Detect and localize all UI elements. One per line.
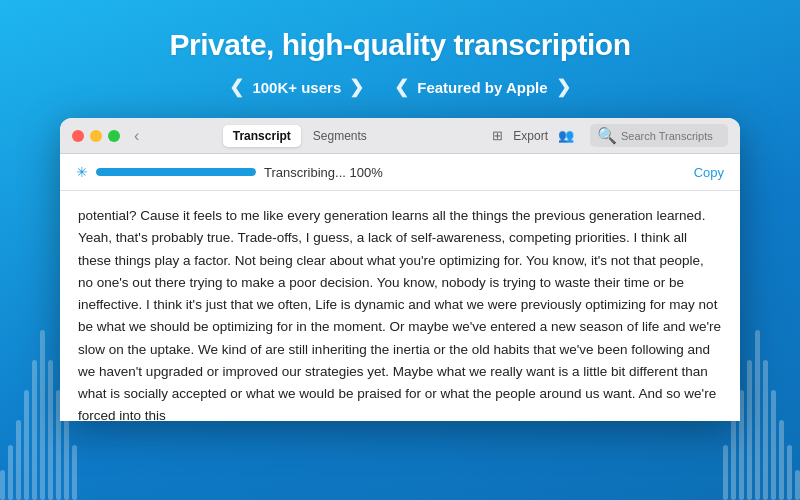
wave-bar [747, 360, 752, 500]
toolbar-icons: ⊞ Export 👥 🔍 [492, 124, 728, 147]
app-window: ‹ Transcript Segments ⊞ Export 👥 🔍 ✳ [60, 118, 740, 421]
apple-badge-text: Featured by Apple [417, 79, 547, 96]
progress-bar-container [96, 168, 256, 176]
search-input[interactable] [621, 130, 721, 142]
export-button[interactable]: Export [513, 129, 548, 143]
left-laurel-icon-2: ❮ [394, 76, 409, 98]
maximize-button[interactable] [108, 130, 120, 142]
progress-text: Transcribing... 100% [264, 165, 383, 180]
wave-bar [72, 445, 77, 500]
transcript-content: potential? Cause it feels to me like eve… [60, 191, 740, 421]
search-box[interactable]: 🔍 [590, 124, 728, 147]
right-laurel-icon-2: ❯ [556, 76, 571, 98]
page-title: Private, high-quality transcription [0, 28, 800, 62]
wave-bar [731, 420, 736, 500]
wave-bar [779, 420, 784, 500]
wave-bar [755, 330, 760, 500]
wave-bar [763, 360, 768, 500]
wave-bar [723, 445, 728, 500]
right-laurel-icon: ❯ [349, 76, 364, 98]
people-icon[interactable]: 👥 [558, 128, 574, 143]
wave-bar [795, 470, 800, 500]
apple-badge: ❮ Featured by Apple ❯ [394, 76, 570, 98]
copy-button[interactable]: Copy [694, 165, 724, 180]
tab-group: Transcript Segments [223, 125, 377, 147]
minimize-button[interactable] [90, 130, 102, 142]
wave-bar [16, 420, 21, 500]
back-icon[interactable]: ‹ [134, 127, 139, 145]
wave-bar [787, 445, 792, 500]
badges-row: ❮ 100K+ users ❯ ❮ Featured by Apple ❯ [0, 76, 800, 98]
wave-bar [40, 330, 45, 500]
wave-bar [0, 470, 5, 500]
progress-inner: ✳ Transcribing... 100% [76, 164, 383, 180]
tab-transcript[interactable]: Transcript [223, 125, 301, 147]
progress-bar-fill [96, 168, 256, 176]
search-icon: 🔍 [597, 126, 617, 145]
wave-bar [64, 420, 69, 500]
tab-segments[interactable]: Segments [303, 125, 377, 147]
wave-bar [48, 360, 53, 500]
wave-bar [8, 445, 13, 500]
close-button[interactable] [72, 130, 84, 142]
wave-bar [771, 390, 776, 500]
transcript-text: potential? Cause it feels to me like eve… [78, 205, 722, 421]
grid-icon[interactable]: ⊞ [492, 128, 503, 143]
left-laurel-icon: ❮ [229, 76, 244, 98]
background: Private, high-quality transcription ❮ 10… [0, 0, 800, 500]
traffic-lights [72, 130, 120, 142]
header-section: Private, high-quality transcription ❮ 10… [0, 0, 800, 98]
users-badge: ❮ 100K+ users ❯ [229, 76, 364, 98]
title-bar: ‹ Transcript Segments ⊞ Export 👥 🔍 [60, 118, 740, 154]
users-badge-text: 100K+ users [252, 79, 341, 96]
wave-bar [32, 360, 37, 500]
spinner-icon: ✳ [76, 164, 88, 180]
progress-area: ✳ Transcribing... 100% Copy [60, 154, 740, 191]
wave-bar [24, 390, 29, 500]
